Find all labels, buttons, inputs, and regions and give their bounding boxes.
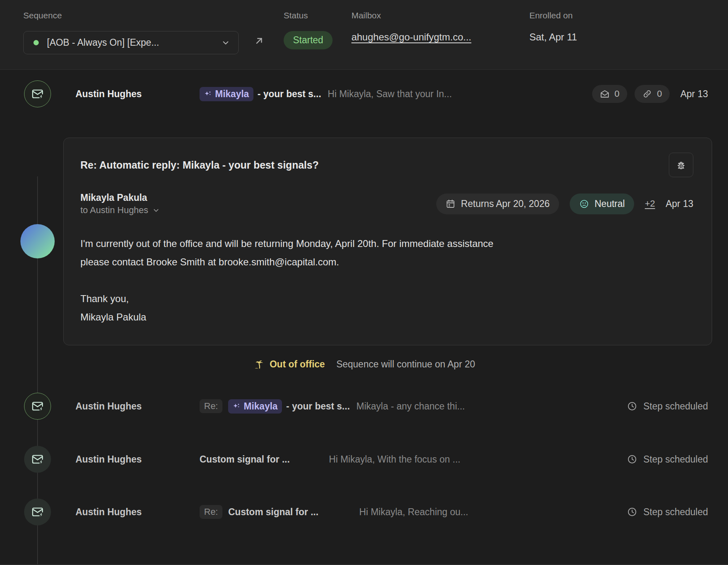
step-scheduled-text: Step scheduled	[643, 454, 708, 465]
body-line: Thank you,	[80, 289, 693, 308]
re-chip: Re:	[200, 399, 222, 413]
email-preview: Hi Mikayla, With the focus on ...	[329, 454, 460, 465]
email-date: Apr 13	[680, 89, 708, 100]
opens-pill: 0	[592, 85, 627, 103]
reply-body: I'm currently out of the office and will…	[80, 234, 693, 326]
subject-text: Custom signal for ...	[200, 454, 290, 465]
step-status: Step scheduled	[619, 507, 708, 518]
email-send-icon	[31, 400, 44, 413]
chevron-down-icon	[221, 38, 230, 47]
neutral-face-icon	[579, 199, 589, 209]
reply-email-card: Re: Automatic reply: Mikayla - your best…	[63, 138, 712, 345]
email-subject: Custom signal for ... Hi Mikayla, With t…	[200, 454, 619, 465]
sender-name: Austin Hughes	[75, 89, 200, 100]
opens-count: 0	[615, 89, 619, 99]
sequence-select[interactable]: [AOB - Always On] [Expe...	[23, 31, 239, 54]
clicks-count: 0	[657, 89, 662, 99]
card-top: Re: Automatic reply: Mikayla - your best…	[80, 153, 693, 177]
email-step-circle	[24, 498, 51, 525]
sender-block: Mikayla Pakula to Austin Hughes	[80, 191, 160, 216]
status-label: Status	[284, 10, 333, 21]
email-row-scheduled-2[interactable]: Austin Hughes Custom signal for ... Hi M…	[0, 446, 728, 473]
body-line: I'm currently out of the office and will…	[80, 234, 693, 253]
ai-variable-chip: Mikayla	[228, 399, 282, 414]
debug-button[interactable]	[669, 153, 693, 177]
step-status: Step scheduled	[619, 401, 708, 412]
step-icon-cell	[23, 446, 52, 473]
step-status: Step scheduled	[619, 454, 708, 465]
subject-rest: - your best s...	[286, 401, 350, 412]
thread-timeline: Austin Hughes Mikayla - your best s... H…	[0, 80, 728, 525]
mailbox-link[interactable]: ahughes@go-unifygtm.co...	[351, 31, 515, 43]
calendar-icon	[446, 199, 455, 209]
returns-badge: Returns Apr 20, 2026	[436, 194, 559, 214]
step-icon-cell	[23, 80, 52, 107]
email-preview: Hi Mikayla, Saw that your In...	[328, 89, 452, 100]
open-envelope-icon	[600, 89, 610, 99]
recipient-text: to Austin Hughes	[80, 204, 148, 216]
status-badge: Started	[284, 31, 333, 49]
reply-date: Apr 13	[666, 198, 693, 209]
card-badges: Returns Apr 20, 2026 Neutral +2 Apr 13	[436, 194, 693, 214]
open-sequence-icon[interactable]	[253, 35, 265, 47]
returns-text: Returns Apr 20, 2026	[461, 198, 550, 209]
step-icon-cell	[23, 393, 52, 420]
re-chip: Re:	[200, 505, 222, 519]
sentiment-badge: Neutral	[570, 194, 634, 214]
body-gap	[80, 271, 693, 289]
ai-variable-chip: Mikayla	[200, 87, 253, 101]
email-send-icon	[31, 505, 44, 518]
email-row-sent[interactable]: Austin Hughes Mikayla - your best s... H…	[0, 80, 728, 107]
mailbox-label: Mailbox	[351, 10, 515, 21]
clicks-pill: 0	[635, 85, 670, 103]
email-step-circle	[24, 80, 51, 107]
subject-text: Custom signal for ...	[228, 507, 318, 518]
email-step-circle	[24, 446, 51, 473]
enrollment-header: Sequence [AOB - Always On] [Expe... Stat…	[0, 0, 728, 70]
sequence-selected-value: [AOB - Always On] [Expe...	[47, 37, 215, 48]
chevron-down-icon	[152, 207, 160, 214]
sequence-label: Sequence	[23, 10, 239, 21]
link-icon	[642, 89, 652, 99]
sender-name: Austin Hughes	[75, 507, 200, 518]
enrolled-on-label: Enrolled on	[529, 10, 577, 21]
clock-icon	[627, 401, 637, 412]
email-preview: Mikayla - any chance thi...	[356, 401, 465, 412]
more-insights-link[interactable]: +2	[645, 198, 655, 209]
reply-subject: Re: Automatic reply: Mikayla - your best…	[80, 153, 319, 171]
step-scheduled: Step scheduled	[627, 507, 708, 518]
step-icon-cell	[23, 498, 52, 525]
bug-icon	[675, 159, 687, 171]
step-scheduled: Step scheduled	[627, 401, 708, 412]
sentiment-text: Neutral	[595, 198, 625, 209]
email-send-icon	[31, 87, 44, 100]
sequence-continue-note: Sequence will continue on Apr 20	[336, 359, 475, 370]
subject-rest: - your best s...	[257, 89, 321, 100]
step-scheduled: Step scheduled	[627, 454, 708, 465]
sparkles-icon	[204, 90, 212, 98]
enrolled-group: Enrolled on Sat, Apr 11	[529, 10, 577, 43]
clock-icon	[627, 454, 637, 465]
email-row-scheduled-1[interactable]: Austin Hughes Re: Mikayla - your best s.…	[0, 393, 728, 420]
chip-text: Mikayla	[215, 89, 249, 100]
step-scheduled-text: Step scheduled	[643, 401, 708, 412]
email-row-scheduled-3[interactable]: Austin Hughes Re: Custom signal for ... …	[0, 498, 728, 525]
clock-icon	[627, 507, 637, 517]
enrolled-on-value: Sat, Apr 11	[529, 31, 577, 43]
sequence-group: Sequence [AOB - Always On] [Expe...	[23, 10, 239, 54]
sequence-active-dot	[33, 40, 39, 45]
sender-name: Austin Hughes	[75, 454, 200, 465]
body-line: Mikayla Pakula	[80, 308, 693, 326]
email-preview: Hi Mikayla, Reaching ou...	[359, 507, 468, 518]
sender-name: Austin Hughes	[75, 401, 200, 412]
chip-text: Mikayla	[244, 401, 277, 412]
email-send-icon	[31, 453, 44, 466]
email-subject: Re: Custom signal for ... Hi Mikayla, Re…	[200, 505, 619, 519]
status-group: Status Started	[284, 10, 333, 49]
sparkles-icon	[233, 403, 240, 410]
mailbox-group: Mailbox ahughes@go-unifygtm.co...	[351, 10, 515, 43]
card-sender-row: Mikayla Pakula to Austin Hughes Returns …	[80, 191, 693, 216]
recipient-dropdown[interactable]: to Austin Hughes	[80, 204, 160, 216]
body-line: please contact Brooke Smith at brooke.sm…	[80, 253, 693, 271]
sender-avatar	[20, 224, 55, 258]
